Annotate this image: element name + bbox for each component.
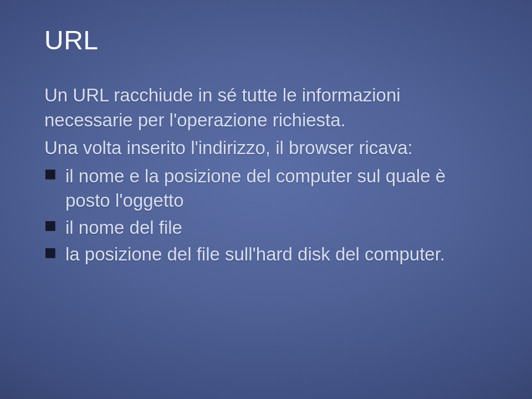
list-item: la posizione del file sull'hard disk del…	[44, 242, 488, 267]
list-item: il nome del file	[44, 216, 488, 241]
intro-line-1: Un URL racchiude in sé tutte le informaz…	[44, 83, 488, 132]
slide-body: Un URL racchiude in sé tutte le informaz…	[44, 83, 488, 267]
list-item: il nome e la posizione del computer sul …	[44, 164, 488, 213]
intro-line-2: Una volta inserito l'indirizzo, il brows…	[44, 136, 488, 161]
slide: URL Un URL racchiude in sé tutte le info…	[0, 0, 532, 399]
slide-title: URL	[44, 25, 488, 55]
bullet-list: il nome e la posizione del computer sul …	[44, 164, 488, 267]
